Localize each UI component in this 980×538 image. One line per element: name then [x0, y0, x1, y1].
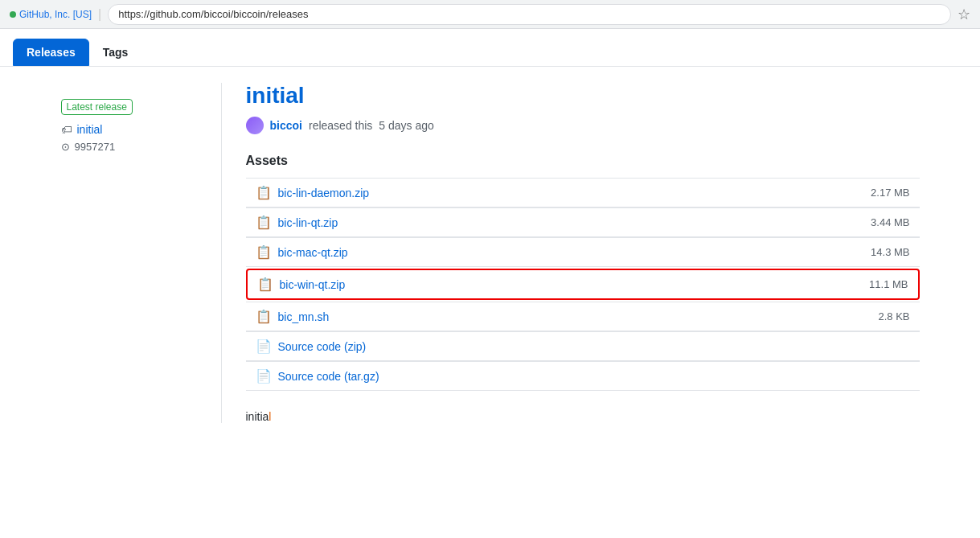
sidebar-commit-hash: 9957271 [75, 141, 116, 153]
asset-size-3: 11.1 MB [869, 278, 908, 290]
asset-name-5: Source code (zip) [278, 340, 367, 353]
tab-releases[interactable]: Releases [13, 39, 89, 66]
asset-name-4: bic_mn.sh [278, 310, 330, 323]
security-org: GitHub, Inc. [US] [19, 9, 92, 20]
sidebar-tag-name: initial [77, 123, 103, 136]
assets-heading: Assets [246, 154, 920, 168]
asset-name-2: bic-mac-qt.zip [278, 246, 348, 259]
doc-icon-5: 📄 [256, 339, 272, 354]
release-meta: biccoi released this 5 days ago [246, 117, 920, 134]
commit-icon: ⊙ [61, 141, 70, 153]
user-avatar [246, 117, 264, 134]
sidebar-commit: ⊙ 9957271 [61, 141, 205, 153]
security-badge: GitHub, Inc. [US] [10, 9, 92, 20]
bookmark-icon[interactable]: ☆ [957, 6, 970, 23]
asset-item-1: 📋 bic-lin-qt.zip 3.44 MB [246, 207, 920, 237]
asset-item-5: 📄 Source code (zip) [246, 331, 920, 361]
asset-name-3: bic-win-qt.zip [280, 278, 346, 291]
release-content: initial biccoi released this 5 days ago … [222, 83, 920, 423]
asset-size-0: 2.17 MB [871, 187, 909, 199]
main-layout: Latest release 🏷 initial ⊙ 9957271 initi… [48, 67, 933, 439]
asset-name-0: bic-lin-daemon.zip [278, 187, 370, 199]
zip-icon-4: 📋 [256, 309, 272, 324]
asset-link-3[interactable]: 📋 bic-win-qt.zip 11.1 MB [248, 270, 918, 298]
asset-left-1: 📋 bic-lin-qt.zip [256, 215, 338, 230]
asset-item-0: 📋 bic-lin-daemon.zip 2.17 MB [246, 178, 920, 207]
asset-left-0: 📋 bic-lin-daemon.zip [256, 185, 370, 200]
url-separator: | [98, 7, 101, 22]
zip-icon-2: 📋 [256, 244, 272, 260]
asset-left-5: 📄 Source code (zip) [256, 339, 367, 354]
url-bar[interactable]: https://github.com/biccoi/biccoin/releas… [108, 4, 951, 25]
footer-text-highlight: l [269, 410, 271, 423]
tag-icon: 🏷 [61, 123, 72, 136]
url-text: https://github.com/biccoi/biccoin/releas… [118, 8, 308, 20]
asset-link-1[interactable]: 📋 bic-lin-qt.zip 3.44 MB [246, 207, 920, 237]
asset-name-6: Source code (tar.gz) [278, 370, 379, 383]
asset-link-4[interactable]: 📋 bic_mn.sh 2.8 KB [246, 302, 920, 331]
asset-link-2[interactable]: 📋 bic-mac-qt.zip 14.3 MB [246, 237, 920, 267]
asset-left-2: 📋 bic-mac-qt.zip [256, 244, 348, 260]
asset-size-1: 3.44 MB [871, 216, 909, 228]
asset-size-2: 14.3 MB [871, 246, 909, 258]
asset-left-4: 📋 bic_mn.sh [256, 309, 330, 324]
release-meta-text: released this [309, 119, 372, 132]
zip-icon-3: 📋 [257, 277, 273, 292]
assets-section: Assets 📋 bic-lin-daemon.zip 2.17 MB [246, 154, 920, 391]
footer-text-before: initia [246, 410, 269, 423]
page: Releases Tags Latest release 🏷 initial ⊙… [0, 29, 980, 439]
asset-link-5[interactable]: 📄 Source code (zip) [246, 331, 920, 361]
asset-link-0[interactable]: 📋 bic-lin-daemon.zip 2.17 MB [246, 178, 920, 207]
asset-item-4: 📋 bic_mn.sh 2.8 KB [246, 302, 920, 331]
footer-text: initial [246, 410, 920, 423]
asset-item-6: 📄 Source code (tar.gz) [246, 361, 920, 391]
sidebar-tag-link[interactable]: 🏷 initial [61, 123, 205, 136]
asset-name-1: bic-lin-qt.zip [278, 216, 338, 229]
doc-icon-6: 📄 [256, 368, 272, 384]
asset-item-highlighted: 📋 bic-win-qt.zip 11.1 MB [246, 269, 920, 300]
sidebar: Latest release 🏷 initial ⊙ 9957271 [61, 83, 222, 423]
latest-release-badge: Latest release [61, 99, 133, 115]
release-author-link[interactable]: biccoi [270, 119, 302, 132]
asset-left-3: 📋 bic-win-qt.zip [257, 277, 346, 292]
asset-left-6: 📄 Source code (tar.gz) [256, 368, 379, 384]
asset-size-4: 2.8 KB [878, 310, 909, 322]
security-dot [10, 11, 16, 18]
tabs-bar: Releases Tags [0, 29, 980, 67]
zip-icon-0: 📋 [256, 185, 272, 200]
asset-item-2: 📋 bic-mac-qt.zip 14.3 MB [246, 237, 920, 267]
tab-tags[interactable]: Tags [89, 39, 142, 66]
release-title[interactable]: initial [246, 83, 920, 109]
asset-link-6[interactable]: 📄 Source code (tar.gz) [246, 361, 920, 391]
browser-bar: GitHub, Inc. [US] | https://github.com/b… [0, 0, 980, 29]
release-time: 5 days ago [379, 119, 434, 132]
zip-icon-1: 📋 [256, 215, 272, 230]
